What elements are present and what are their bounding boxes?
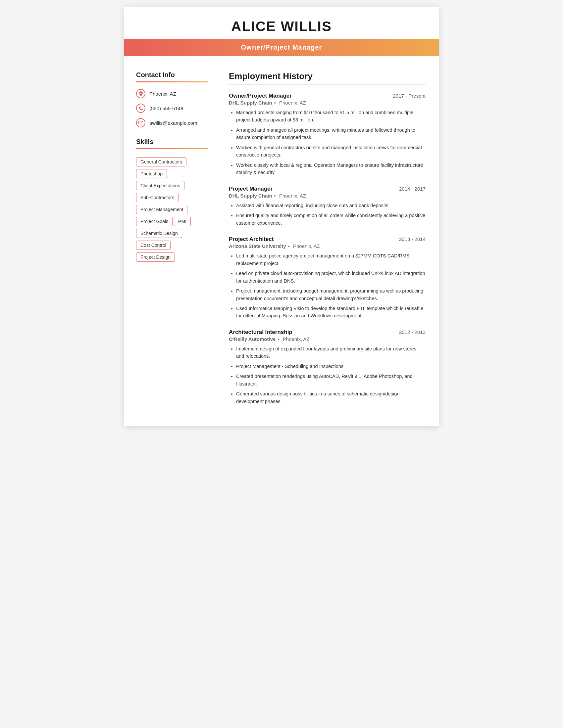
job-header: Project Architect2013 - 2014 — [229, 236, 426, 243]
skills-divider — [136, 148, 208, 149]
job-company: DHL Supply Chain• Phoenix, AZ — [229, 193, 426, 199]
job-bullet-item: Managed projects ranging from $10 thousa… — [236, 109, 426, 124]
job-title: Architectural Internship — [229, 329, 293, 336]
phone-icon — [136, 104, 145, 113]
job-bullet-item: Worked closely with local & regional Ope… — [236, 161, 426, 176]
location-icon — [136, 89, 145, 98]
job-bullets: Led multi-state police agency project ma… — [229, 252, 426, 320]
contact-email: awillis@example.com — [136, 118, 208, 127]
job-title: Project Manager — [229, 186, 272, 192]
job-bullet-item: Generated various design possibilities i… — [236, 390, 426, 405]
job-block: Project Manager2014 - 2017DHL Supply Cha… — [229, 186, 426, 227]
job-bullet-item: Ensured quality and timely completion of… — [236, 212, 426, 227]
skill-tag: Client Expectations — [136, 181, 184, 190]
resume-body: Contact Info Phoenix, AZ — [124, 59, 439, 426]
skill-tag: Schematic Design — [136, 229, 182, 238]
job-bullet-item: Project Management - Scheduling and Insp… — [236, 363, 426, 370]
job-header: Project Manager2014 - 2017 — [229, 186, 426, 192]
job-block: Architectural Internship2012 - 2013O'Rei… — [229, 329, 426, 405]
job-header: Owner/Project Manager2017 - Present — [229, 93, 426, 99]
contact-divider — [136, 81, 208, 82]
job-bullet-item: Project management, including budget man… — [236, 287, 426, 302]
skills-section: Skills General ContractorsPhotoshopClien… — [136, 138, 208, 263]
skill-tag: Cost Control — [136, 241, 170, 250]
job-company: Arizona State University• Phoenix, AZ — [229, 243, 426, 249]
job-block: Owner/Project Manager2017 - PresentDHL S… — [229, 93, 426, 176]
candidate-title: Owner/Project Manager — [241, 44, 322, 51]
contact-section: Contact Info Phoenix, AZ — [136, 71, 208, 127]
email-icon — [136, 118, 145, 127]
title-bar: Owner/Project Manager — [124, 39, 439, 56]
phone-text: (550) 555-5148 — [149, 106, 183, 111]
job-dates: 2013 - 2014 — [399, 236, 426, 242]
job-dates: 2012 - 2013 — [399, 329, 426, 335]
location-text: Phoenix, AZ — [149, 91, 176, 97]
job-company: O'Reilly Automotive• Phoenix, AZ — [229, 336, 426, 342]
employment-divider — [229, 84, 426, 85]
job-bullet-item: Arranged and managed all project meeting… — [236, 126, 426, 141]
email-text: awillis@example.com — [149, 120, 197, 126]
job-company: DHL Supply Chain• Phoenix, AZ — [229, 100, 426, 106]
job-bullet-item: Worked with general contractors on site … — [236, 144, 426, 159]
job-dates: 2017 - Present — [393, 93, 426, 99]
skills-section-title: Skills — [136, 138, 208, 146]
skill-tag: Project Management — [136, 205, 187, 214]
job-title: Project Architect — [229, 236, 273, 243]
job-bullet-item: Created presentation renderings using Au… — [236, 373, 426, 387]
job-bullet-item: Led multi-state police agency project ma… — [236, 252, 426, 267]
job-bullets: Implement design of expanded floor layou… — [229, 345, 426, 405]
job-title: Owner/Project Manager — [229, 93, 292, 99]
skill-tag: Project Goals — [136, 217, 172, 226]
job-bullets: Assisted with financial reporting, inclu… — [229, 202, 426, 227]
skill-tag: Sub-Contractors — [136, 193, 178, 202]
contact-phone: (550) 555-5148 — [136, 104, 208, 113]
job-block: Project Architect2013 - 2014Arizona Stat… — [229, 236, 426, 320]
skill-tag: Project Design — [136, 252, 175, 262]
skill-tag: Photoshop — [136, 169, 167, 178]
resume-header: ALICE WILLIS Owner/Project Manager — [124, 7, 439, 59]
skills-container: General ContractorsPhotoshopClient Expec… — [136, 156, 208, 263]
contact-section-title: Contact Info — [136, 71, 208, 79]
main-content: Employment History Owner/Project Manager… — [217, 59, 439, 426]
job-bullet-item: Implement design of expanded floor layou… — [236, 345, 426, 360]
job-bullet-item: Lead on private cloud auto-provisioning … — [236, 270, 426, 285]
contact-location: Phoenix, AZ — [136, 89, 208, 98]
job-dates: 2014 - 2017 — [399, 186, 426, 192]
job-bullet-item: Assisted with financial reporting, inclu… — [236, 202, 426, 209]
skill-tag: General Contractors — [136, 157, 186, 166]
job-header: Architectural Internship2012 - 2013 — [229, 329, 426, 336]
job-bullets: Managed projects ranging from $10 thousa… — [229, 109, 426, 176]
job-bullet-item: Used Informatica Mapping Visio to develo… — [236, 305, 426, 320]
resume-container: ALICE WILLIS Owner/Project Manager Conta… — [124, 7, 439, 426]
sidebar: Contact Info Phoenix, AZ — [124, 59, 217, 426]
skill-tag: PMI — [174, 217, 191, 226]
candidate-name: ALICE WILLIS — [124, 19, 439, 34]
employment-section-title: Employment History — [229, 71, 426, 81]
jobs-container: Owner/Project Manager2017 - PresentDHL S… — [229, 93, 426, 405]
